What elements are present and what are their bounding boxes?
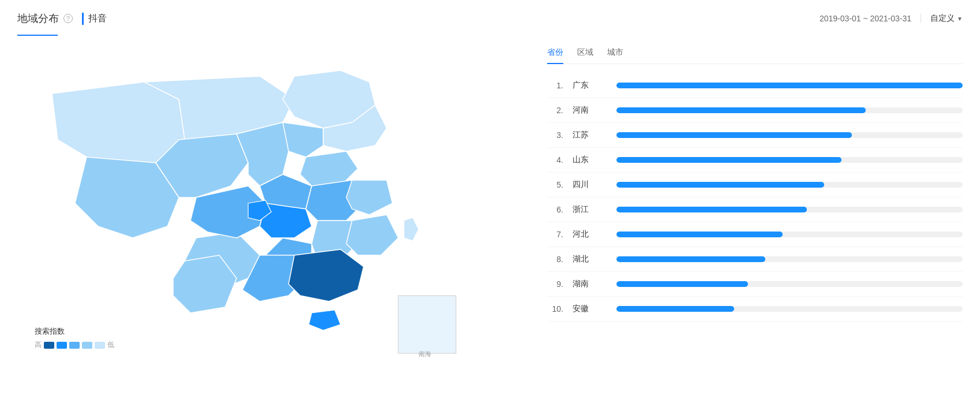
bar-container bbox=[616, 83, 963, 88]
region-name: 湖南 bbox=[573, 279, 607, 289]
vertical-divider bbox=[921, 14, 921, 23]
rank-number: 10. bbox=[547, 304, 563, 314]
custom-button[interactable]: 自定义 ▼ bbox=[930, 13, 963, 24]
ranking-item: 1. 广东 bbox=[547, 73, 963, 98]
rank-number: 4. bbox=[547, 155, 563, 165]
date-range: 2019-03-01 ~ 2021-03-31 bbox=[820, 14, 911, 23]
rank-number: 3. bbox=[547, 130, 563, 140]
tab-region[interactable]: 区域 bbox=[577, 47, 593, 64]
legend-color-1 bbox=[44, 342, 54, 349]
title-section: 地域分布 ? bbox=[17, 12, 73, 25]
bar-container bbox=[616, 207, 963, 212]
ranking-item: 5. 四川 bbox=[547, 173, 963, 197]
legend-color-3 bbox=[69, 342, 80, 349]
legend-high-label: 高 bbox=[35, 340, 42, 350]
bar-fill bbox=[616, 207, 807, 212]
rank-number: 7. bbox=[547, 230, 563, 239]
rank-number: 2. bbox=[547, 106, 563, 115]
region-name: 湖北 bbox=[573, 254, 607, 264]
main-content: 南海 搜索指数 高 低 bbox=[17, 47, 963, 385]
ranking-item: 2. 河南 bbox=[547, 98, 963, 123]
bar-fill bbox=[616, 306, 734, 312]
bar-container bbox=[616, 281, 963, 287]
bar-fill bbox=[616, 281, 748, 287]
svg-rect-0 bbox=[398, 296, 456, 353]
legend-title: 搜索指数 bbox=[35, 326, 114, 337]
legend-low-label: 低 bbox=[107, 340, 114, 350]
bar-container bbox=[616, 157, 963, 163]
region-name: 安徽 bbox=[573, 304, 607, 314]
bar-fill bbox=[616, 132, 852, 138]
ranking-item: 3. 江苏 bbox=[547, 123, 963, 148]
ranking-list: 1. 广东 2. 河南 3. 江苏 4. 山东 5. 四川 bbox=[547, 73, 963, 322]
page-container: 地域分布 ? 抖音 2019-03-01 ~ 2021-03-31 自定义 ▼ bbox=[0, 0, 980, 396]
tab-city[interactable]: 城市 bbox=[607, 47, 623, 64]
bar-fill bbox=[616, 107, 866, 113]
right-panel: 省份 区域 城市 1. 广东 2. 河南 3. 江苏 4. bbox=[547, 47, 963, 385]
region-name: 河南 bbox=[573, 105, 607, 115]
ranking-item: 4. 山东 bbox=[547, 148, 963, 173]
help-icon[interactable]: ? bbox=[63, 14, 73, 23]
bar-fill bbox=[616, 182, 824, 188]
bar-fill bbox=[616, 256, 765, 262]
region-name: 广东 bbox=[573, 80, 607, 91]
ranking-item: 8. 湖北 bbox=[547, 247, 963, 272]
bar-container bbox=[616, 107, 963, 113]
bar-container bbox=[616, 182, 963, 188]
legend-color-2 bbox=[57, 342, 67, 349]
bar-fill bbox=[616, 83, 963, 88]
legend: 搜索指数 高 低 bbox=[35, 326, 114, 350]
header-underline bbox=[17, 35, 58, 36]
ranking-item: 7. 河北 bbox=[547, 222, 963, 247]
platform-tag: 抖音 bbox=[82, 13, 107, 25]
bar-container bbox=[616, 256, 963, 262]
tab-province[interactable]: 省份 bbox=[547, 47, 563, 64]
custom-label: 自定义 bbox=[930, 13, 955, 24]
ranking-item: 6. 浙江 bbox=[547, 197, 963, 222]
ranking-item: 10. 安徽 bbox=[547, 297, 963, 322]
svg-text:南海: 南海 bbox=[418, 350, 431, 357]
rank-number: 9. bbox=[547, 279, 563, 289]
region-name: 山东 bbox=[573, 155, 607, 165]
header-left: 地域分布 ? 抖音 bbox=[17, 12, 107, 25]
bar-fill bbox=[616, 232, 783, 237]
rank-number: 1. bbox=[547, 81, 563, 90]
rank-number: 5. bbox=[547, 180, 563, 189]
ranking-item: 9. 湖南 bbox=[547, 272, 963, 297]
tab-bar: 省份 区域 城市 bbox=[547, 47, 963, 64]
chevron-down-icon: ▼ bbox=[957, 16, 963, 22]
region-name: 浙江 bbox=[573, 204, 607, 215]
region-name: 四川 bbox=[573, 180, 607, 190]
bar-container bbox=[616, 306, 963, 312]
header: 地域分布 ? 抖音 2019-03-01 ~ 2021-03-31 自定义 ▼ bbox=[17, 12, 963, 25]
region-name: 江苏 bbox=[573, 130, 607, 140]
bar-container bbox=[616, 232, 963, 237]
legend-color-5 bbox=[95, 342, 105, 349]
bar-container bbox=[616, 132, 963, 138]
header-right: 2019-03-01 ~ 2021-03-31 自定义 ▼ bbox=[820, 13, 963, 24]
legend-color-4 bbox=[82, 342, 92, 349]
map-area: 南海 搜索指数 高 低 bbox=[17, 47, 524, 385]
legend-bar: 高 低 bbox=[35, 340, 114, 350]
region-name: 河北 bbox=[573, 229, 607, 240]
bar-fill bbox=[616, 157, 841, 163]
rank-number: 6. bbox=[547, 205, 563, 214]
page-title: 地域分布 bbox=[17, 12, 59, 25]
platform-name: 抖音 bbox=[88, 13, 107, 25]
rank-number: 8. bbox=[547, 255, 563, 264]
